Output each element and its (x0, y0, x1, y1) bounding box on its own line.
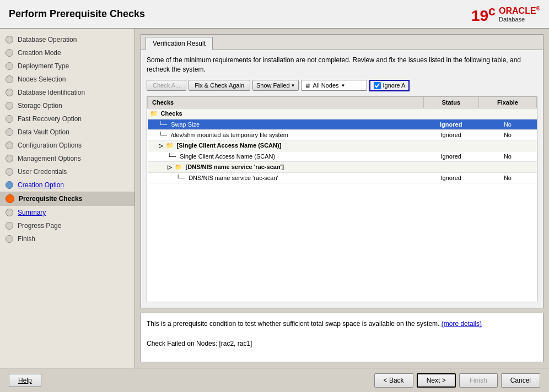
step-dot-finish (6, 235, 13, 243)
group-checks-label: 📁 Checks (148, 108, 537, 119)
sidebar-item-user-credentials[interactable]: User Credentials (0, 165, 134, 178)
table-row[interactable]: └─ /dev/shm mounted as temporary file sy… (148, 129, 537, 140)
header: Perform Prerequisite Checks 19c ORACLE® … (0, 0, 549, 29)
panel-body: Some of the minimum requirements for ins… (141, 50, 543, 308)
col-checks: Checks (148, 96, 424, 108)
sidebar-item-data-vault-option[interactable]: Data Vault Option (0, 126, 134, 139)
sidebar-label-storage-option: Storage Option (18, 102, 62, 110)
dev-shm-fixable: No (478, 129, 536, 140)
sidebar-label-user-credentials: User Credentials (18, 168, 67, 176)
sidebar-label-deployment-type: Deployment Type (18, 62, 69, 70)
dns-nis-fixable: No (478, 172, 536, 183)
next-button[interactable]: Next > (417, 373, 456, 388)
content-area: Verification Result Some of the minimum … (135, 29, 549, 368)
fix-check-again-button[interactable]: Fix & Check Again (189, 80, 250, 91)
sidebar: Database Operation Creation Mode Deploym… (0, 29, 135, 368)
all-nodes-arrow-icon: ▼ (341, 83, 346, 88)
sidebar-item-database-operation[interactable]: Database Operation (0, 33, 134, 46)
table-row[interactable]: └─ DNS/NIS name service 'rac-scan' Ignor… (148, 172, 537, 183)
oracle-brand-block: ORACLE® Database (499, 6, 540, 23)
dns-nis-group-fixable (478, 161, 536, 172)
step-dot-fast-recovery-option (6, 115, 13, 123)
sidebar-item-creation-option[interactable]: Creation Option (0, 178, 134, 192)
tree-line-icon: └─ (159, 121, 168, 128)
sidebar-label-prerequisite-checks: Prerequisite Checks (19, 195, 82, 203)
cancel-button[interactable]: Cancel (501, 373, 540, 388)
sidebar-label-data-vault-option: Data Vault Option (18, 128, 69, 136)
sidebar-item-deployment-type[interactable]: Deployment Type (0, 59, 134, 73)
sidebar-label-progress-page: Progress Page (18, 222, 61, 230)
nodes-icon: 🖥 (305, 83, 310, 89)
tab-header: Verification Result (141, 35, 543, 50)
dns-nis-group-label: ▷ 📁 [DNS/NIS name service 'rac-scan'] (148, 161, 424, 172)
folder-icon: 📁 (166, 142, 174, 149)
checks-table-container: Checks Status Fixable 📁 Checks (147, 96, 537, 302)
step-dot-progress-page (6, 222, 13, 230)
sidebar-item-fast-recovery-option[interactable]: Fast Recovery Option (0, 112, 134, 126)
back-button[interactable]: < Back (374, 373, 413, 388)
sidebar-item-prerequisite-checks[interactable]: Prerequisite Checks (0, 192, 134, 206)
table-row[interactable]: └─ Single Client Access Name (SCAN) Igno… (148, 151, 537, 161)
col-status: Status (423, 96, 478, 108)
table-row[interactable]: └─ Swap Size Ignored No (148, 119, 537, 129)
sidebar-item-management-options[interactable]: Management Options (0, 152, 134, 165)
show-failed-arrow-icon: ▼ (291, 83, 295, 88)
step-dot-database-operation (6, 36, 13, 43)
table-row[interactable]: ▷ 📁 [Single Client Access Name (SCAN)] (148, 140, 537, 151)
sidebar-item-finish[interactable]: Finish (0, 232, 134, 246)
sidebar-label-finish: Finish (18, 235, 35, 243)
ignore-all-text: Ignore A (383, 82, 405, 89)
scan-single-label: └─ Single Client Access Name (SCAN) (148, 151, 424, 161)
sidebar-label-management-options: Management Options (18, 155, 81, 162)
sidebar-item-storage-option[interactable]: Storage Option (0, 99, 134, 112)
oracle-brand: ORACLE® (499, 6, 540, 16)
show-failed-dropdown[interactable]: Show Failed ▼ (252, 80, 299, 91)
step-dot-creation-mode (6, 49, 13, 57)
sidebar-item-summary[interactable]: Summary (0, 206, 134, 219)
finish-button[interactable]: Finish (459, 373, 498, 388)
sidebar-item-nodes-selection[interactable]: Nodes Selection (0, 73, 134, 86)
sidebar-label-fast-recovery-option: Fast Recovery Option (18, 115, 82, 123)
folder-icon: 📁 (175, 164, 182, 170)
sidebar-label-summary: Summary (18, 209, 46, 216)
sidebar-item-progress-page[interactable]: Progress Page (0, 219, 134, 232)
table-row[interactable]: ▷ 📁 [DNS/NIS name service 'rac-scan'] (148, 161, 537, 172)
verification-description: Some of the minimum requirements for ins… (147, 56, 537, 74)
tab-verification-result[interactable]: Verification Result (146, 37, 213, 50)
tree-line-icon: └─ (176, 175, 185, 181)
expand-icon[interactable]: ▷ (159, 143, 163, 149)
col-fixable: Fixable (478, 96, 536, 108)
swap-size-status: Ignored (423, 119, 478, 129)
tree-line-icon: └─ (159, 132, 168, 138)
group-checks-text: Checks (161, 110, 182, 117)
swap-size-fixable: No (478, 119, 536, 129)
step-dot-nodes-selection (6, 75, 13, 83)
all-nodes-dropdown[interactable]: 🖥 All Nodes ▼ (301, 80, 367, 91)
page-title: Perform Prerequisite Checks (9, 8, 145, 20)
sidebar-item-configuration-options[interactable]: Configuration Options (0, 139, 134, 152)
oracle-product: Database (499, 16, 540, 23)
expand-icon[interactable]: ▷ (168, 164, 172, 170)
check-all-button[interactable]: Check A... (147, 80, 186, 91)
show-failed-label: Show Failed (256, 82, 290, 89)
sidebar-item-creation-mode[interactable]: Creation Mode (0, 46, 134, 59)
more-details-link[interactable]: (more details) (442, 320, 482, 328)
table-header-row: Checks Status Fixable (148, 96, 537, 108)
ignore-all-label[interactable]: Ignore A (369, 80, 410, 91)
sidebar-label-creation-option: Creation Option (18, 181, 64, 189)
ignore-all-checkbox[interactable] (374, 82, 381, 89)
scan-group-status (423, 140, 478, 151)
sidebar-item-database-identification[interactable]: Database Identification (0, 86, 134, 99)
sidebar-label-nodes-selection: Nodes Selection (18, 75, 66, 83)
toolbar: Check A... Fix & Check Again Show Failed… (147, 80, 537, 91)
step-dot-storage-option (6, 102, 13, 110)
tree-line-icon: └─ (168, 153, 176, 160)
sidebar-label-creation-mode: Creation Mode (18, 49, 61, 57)
footer: Help < Back Next > Finish Cancel (0, 368, 549, 392)
help-button[interactable]: Help (9, 374, 41, 387)
oracle-version: 19c (471, 7, 496, 24)
step-dot-prerequisite-checks (6, 194, 14, 203)
folder-icon: 📁 (150, 110, 158, 117)
scan-single-status: Ignored (423, 151, 478, 161)
table-row[interactable]: 📁 Checks (148, 108, 537, 119)
